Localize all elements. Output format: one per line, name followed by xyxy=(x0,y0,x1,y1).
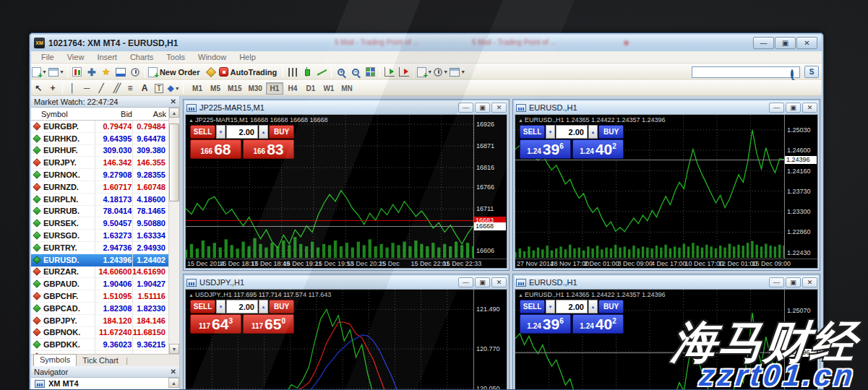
sell-price[interactable]: 1.24396 xyxy=(520,314,571,334)
menu-tools[interactable]: Tools xyxy=(160,52,191,62)
timeframe-mn[interactable]: MN xyxy=(338,82,356,95)
volume-up-stepper[interactable]: ▲ xyxy=(588,125,598,139)
cursor-button[interactable]: ↖ xyxy=(31,82,46,95)
trendline-button[interactable]: ╱ xyxy=(94,82,108,95)
restore-button[interactable]: ▣ xyxy=(786,103,801,113)
lot-size-field[interactable]: 2.00 xyxy=(556,300,588,313)
scroll-thumb[interactable] xyxy=(169,124,179,202)
market-watch-row[interactable]: GBPCHF.1.510951.51116 xyxy=(31,290,168,303)
timeframe-h4[interactable]: H4 xyxy=(284,82,301,95)
chart-title-bar[interactable]: JP225-MAR15,M1 —▣✕ xyxy=(185,101,507,114)
volume-down-stepper[interactable]: ▼ xyxy=(546,125,555,139)
indicators-button[interactable]: +▼ xyxy=(416,65,433,79)
horizontal-line-button[interactable]: ─ xyxy=(80,82,94,95)
buy-price[interactable]: 1.24402 xyxy=(572,314,624,334)
chart-title-bar[interactable]: EURUSD.,H1 —▣✕ xyxy=(515,276,818,289)
market-watch-row[interactable]: GBPDKK.9.360239.36215 xyxy=(31,339,168,351)
navigator-header[interactable]: Navigator ✕ xyxy=(31,366,179,378)
tab-symbols[interactable]: Symbols xyxy=(33,354,77,366)
minimize-button[interactable]: — xyxy=(769,103,784,113)
chart-shift-button[interactable] xyxy=(397,65,411,79)
chart-body[interactable]: ▲EURUSD.,H1 1.24365 1.24422 1.24357 1.24… xyxy=(515,114,818,269)
market-watch-row[interactable]: EURSEK.9.504579.50880 xyxy=(31,217,168,230)
chart-title-bar[interactable]: USDJPY.,H1 —▣✕ xyxy=(185,276,507,289)
market-watch-row[interactable]: EURHUF.309.030309.380 xyxy=(31,145,168,157)
sell-button[interactable]: SELL xyxy=(190,300,215,313)
close-button[interactable]: ✕ xyxy=(491,103,507,113)
navigator-scrollbar[interactable]: ▲ xyxy=(168,378,179,388)
market-watch-row[interactable]: EURTRY.2.947362.94930 xyxy=(31,242,168,254)
restore-button[interactable]: ▣ xyxy=(786,277,801,287)
buy-button[interactable]: BUY xyxy=(269,300,294,313)
minimize-button[interactable]: — xyxy=(769,277,784,287)
buy-button[interactable]: BUY xyxy=(598,125,624,139)
chart-title-bar[interactable]: EURUSD.,H1 —▣✕ xyxy=(515,101,818,114)
timeframe-w1[interactable]: W1 xyxy=(320,82,338,95)
auto-scroll-button[interactable] xyxy=(382,65,397,79)
market-watch-row[interactable]: EURSGD.1.632731.63334 xyxy=(31,230,168,242)
navigator-toggle[interactable]: ★ xyxy=(99,65,113,79)
zoom-out-button[interactable]: − xyxy=(348,65,363,79)
close-button[interactable]: ✕ xyxy=(491,277,507,287)
market-watch-row[interactable]: EURRUB.78.041478.1465 xyxy=(31,206,168,218)
data-window-toggle[interactable]: ✚ xyxy=(85,65,99,79)
close-icon[interactable]: ✕ xyxy=(171,368,176,376)
timeframe-h1[interactable]: H1 xyxy=(266,82,283,95)
chart-window-jp225[interactable]: JP225-MAR15,M1 —▣✕ ▲JP225-MAR15,M1 16668… xyxy=(183,99,510,271)
text-label-button[interactable]: T xyxy=(152,82,166,95)
restore-button[interactable]: ▣ xyxy=(775,37,796,49)
timeframe-d1[interactable]: D1 xyxy=(302,82,319,95)
market-watch-row[interactable]: EURNOK.9.279089.28355 xyxy=(31,169,168,181)
chart-plot[interactable]: ▲JP225-MAR15,M1 16668 16668 16668 16668 … xyxy=(186,115,473,259)
bar-chart-button[interactable] xyxy=(285,65,300,79)
chart-body[interactable]: ▲JP225-MAR15,M1 16668 16668 16668 16668 … xyxy=(185,114,507,269)
vertical-line-button[interactable]: │ xyxy=(65,82,80,95)
market-watch-row[interactable]: GBPJPY.184.120184.146 xyxy=(31,315,168,327)
volume-down-stepper[interactable]: ▼ xyxy=(546,300,555,313)
market-watch-row[interactable]: EURUSD.1.243961.24402 xyxy=(31,254,168,266)
market-watch-toggle[interactable] xyxy=(70,65,85,79)
buy-price[interactable]: 16683 xyxy=(243,139,294,159)
sell-button[interactable]: SELL xyxy=(520,300,545,313)
close-icon[interactable]: ✕ xyxy=(171,98,176,105)
market-watch-columns[interactable]: Symbol Bid Ask xyxy=(31,108,179,121)
lot-size-field[interactable]: 2.00 xyxy=(226,300,258,313)
sell-button[interactable]: SELL xyxy=(190,125,215,139)
buy-button[interactable]: BUY xyxy=(269,125,294,139)
tab-tick-chart[interactable]: Tick Chart xyxy=(77,355,124,366)
market-watch-row[interactable]: EURJPY.146.342146.355 xyxy=(31,157,168,169)
crosshair-button[interactable]: + xyxy=(46,82,60,95)
column-symbol[interactable]: Symbol xyxy=(31,110,95,118)
market-watch-row[interactable]: GBPCAD.1.823081.82330 xyxy=(31,303,168,315)
market-watch-row[interactable]: EURPLN.4.181734.18600 xyxy=(31,194,168,206)
channel-button[interactable]: ╱╱ xyxy=(108,82,123,95)
volume-up-stepper[interactable]: ▲ xyxy=(588,300,598,313)
volume-down-stepper[interactable]: ▼ xyxy=(216,125,225,139)
chat-button[interactable]: S xyxy=(804,66,819,78)
chart-plot[interactable]: ▲EURUSD.,H1 1.24365 1.24422 1.24357 1.24… xyxy=(515,115,784,259)
scroll-up-icon[interactable]: ▲ xyxy=(168,378,179,388)
chart-body[interactable]: ▲USDJPY.,H1 117.695 117.714 117.574 117.… xyxy=(185,289,507,389)
volume-up-stepper[interactable]: ▲ xyxy=(259,300,268,313)
menu-window[interactable]: Window xyxy=(192,52,232,62)
timeframe-m30[interactable]: M30 xyxy=(245,82,265,95)
chart-window-usdjpy[interactable]: USDJPY.,H1 —▣✕ ▲USDJPY.,H1 117.695 117.7… xyxy=(183,274,510,389)
navigator-item-account[interactable]: XM MT4 xyxy=(31,378,179,389)
scroll-down-icon[interactable]: ▼ xyxy=(169,344,179,354)
market-watch-row[interactable]: GBPNOK.11.6724011.68150 xyxy=(31,327,168,339)
timeframe-m1[interactable]: M1 xyxy=(189,82,206,95)
close-button[interactable]: ✕ xyxy=(802,277,817,287)
market-watch-row[interactable]: EURHKD.9.643959.64478 xyxy=(31,133,168,145)
market-watch-row[interactable]: EURGBP.0.794740.79484 xyxy=(31,121,168,133)
line-chart-button[interactable] xyxy=(314,65,329,79)
candlestick-button[interactable] xyxy=(300,65,314,79)
menu-insert[interactable]: Insert xyxy=(91,52,123,62)
market-watch-row[interactable]: GBPNZD.2.021002.02253 xyxy=(31,351,168,354)
strategy-tester-toggle[interactable] xyxy=(128,65,142,79)
volume-down-stepper[interactable]: ▼ xyxy=(216,300,225,313)
templates-button[interactable]: ▼ xyxy=(449,65,466,79)
timeframe-m15[interactable]: M15 xyxy=(225,82,244,95)
search-input[interactable] xyxy=(692,66,800,78)
sell-price[interactable]: 1.24396 xyxy=(520,139,571,159)
menu-help[interactable]: Help xyxy=(233,52,262,62)
